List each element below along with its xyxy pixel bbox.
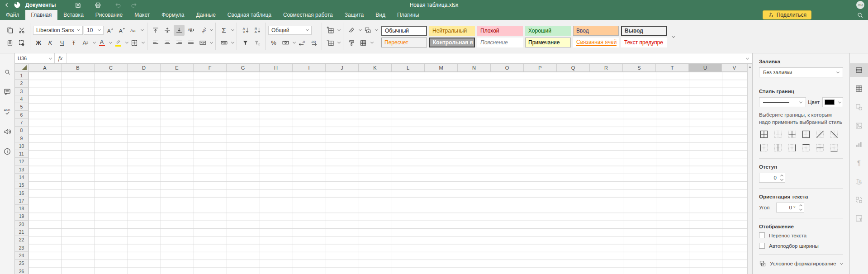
increase-decimal-icon[interactable]: .00 [308,38,319,48]
header-search-icon[interactable] [857,12,863,19]
clear-icon[interactable] [346,25,357,36]
feedback-icon[interactable] [2,127,12,137]
tab-Файл[interactable]: Файл [0,10,25,20]
expand-formula-bar-icon[interactable] [741,53,752,63]
align-justify-icon[interactable] [185,38,196,48]
column-header-V[interactable]: V [722,64,747,71]
border-none-icon[interactable] [773,129,783,139]
print-icon[interactable] [92,0,104,9]
tab-Сводная таблица[interactable]: Сводная таблица [222,10,277,20]
row-header-15[interactable]: 15 [15,181,28,189]
highlight-color-icon[interactable] [113,38,123,48]
wrap-text-icon[interactable]: АВ [185,25,196,36]
font-size-select[interactable]: 10 [84,26,104,35]
format-as-table-icon[interactable] [358,38,369,48]
cell-style-Вывод[interactable]: Вывод [621,26,667,36]
avatar[interactable]: ЛИ [856,1,864,9]
border-top-icon[interactable] [801,143,811,153]
tab-Данные[interactable]: Данные [190,10,222,20]
column-header-L[interactable]: L [392,64,425,71]
column-header-D[interactable]: D [128,64,161,71]
align-middle-icon[interactable] [162,25,173,36]
row-header-2[interactable]: 2 [15,80,28,87]
textart-settings-icon[interactable]: Ta [850,175,868,188]
border-color-select[interactable] [822,97,843,107]
column-header-J[interactable]: J [326,64,359,71]
delete-cells-icon[interactable] [325,38,336,48]
strikeout-button[interactable]: Ŧ [68,38,79,48]
column-header-A[interactable]: A [28,64,62,71]
bold-button[interactable]: Ж [33,38,44,48]
font-color-button[interactable]: А [96,38,107,48]
row-header-13[interactable]: 13 [15,166,28,174]
indent-stepper[interactable]: 0 [759,173,785,183]
scroll-up-icon[interactable] [749,66,751,68]
cell-style-Нейтральный[interactable]: Нейтральный [429,26,475,36]
cell-style-Пересчет[interactable]: Пересчет [381,38,427,47]
underline-button[interactable]: Ч [57,38,67,48]
sort-descending-icon[interactable]: ЯА [251,25,262,36]
redo-icon[interactable] [128,0,140,9]
cell-style-Пояснение[interactable]: Пояснение [477,38,523,47]
pivot-table-settings-icon[interactable] [850,193,868,207]
format-painter-icon[interactable] [346,38,357,48]
tab-Рисование[interactable]: Рисование [90,10,128,20]
row-header-26[interactable]: 26 [15,267,28,274]
tab-Формула[interactable]: Формула [156,10,190,20]
border-all-icon[interactable] [759,129,769,139]
cell-style-Плохой[interactable]: Плохой [477,26,523,36]
percent-style-button[interactable]: % [268,38,279,48]
border-line-style-select[interactable] [759,97,806,107]
cell-style-Текст предупре[interactable]: Текст предупре [621,38,667,47]
undo-icon[interactable] [112,0,123,9]
row-header-21[interactable]: 21 [15,228,28,236]
border-inner-icon[interactable] [787,129,797,139]
row-header-25[interactable]: 25 [15,260,28,267]
row-header-7[interactable]: 7 [15,119,28,127]
cell-style-Контрольная я[interactable]: Контрольная я [429,38,475,47]
tab-Вид[interactable]: Вид [370,10,391,20]
row-header-6[interactable]: 6 [15,111,28,118]
image-settings-icon[interactable] [850,119,868,132]
save-icon[interactable] [72,0,84,9]
italic-button[interactable]: K [45,38,56,48]
filter-icon[interactable] [240,38,251,48]
tab-Вставка[interactable]: Вставка [57,10,90,20]
cell-style-Обычный[interactable]: Обычный [381,26,427,36]
more-styles-icon[interactable] [667,20,678,53]
paste-icon[interactable] [5,38,15,48]
align-bottom-icon[interactable] [174,25,185,36]
paragraph-settings-icon[interactable]: ¶ [850,156,868,170]
row-header-12[interactable]: 12 [15,158,28,165]
row-header-9[interactable]: 9 [15,134,28,142]
change-case-icon[interactable]: Aa [128,25,139,36]
row-header-23[interactable]: 23 [15,244,28,252]
border-left-icon[interactable] [759,143,769,153]
tab-Защита[interactable]: Защита [339,10,370,20]
column-header-F[interactable]: F [194,64,227,71]
align-left-icon[interactable] [150,38,161,48]
column-header-G[interactable]: G [227,64,260,71]
decrease-font-icon[interactable]: A [116,25,127,36]
merge-cells-icon[interactable] [197,38,208,48]
back-icon[interactable] [4,2,10,8]
border-inner-v-icon[interactable] [773,143,783,153]
table-settings-icon[interactable] [850,82,868,95]
align-center-icon[interactable] [162,38,173,48]
align-top-icon[interactable] [150,25,161,36]
column-header-C[interactable]: C [95,64,128,71]
fill-select[interactable]: Без заливки [759,67,843,77]
border-right-icon[interactable] [787,143,797,153]
row-header-10[interactable]: 10 [15,142,28,150]
cells-area[interactable] [28,72,747,274]
currency-style-icon[interactable] [280,38,291,48]
cut-icon[interactable] [16,25,27,36]
row-header-4[interactable]: 4 [15,95,28,103]
sort-ascending-icon[interactable]: АЯ [240,25,251,36]
column-header-S[interactable]: S [623,64,656,71]
wrap-text-checkbox-box[interactable] [759,232,765,238]
conditional-formatting-icon[interactable] [362,25,373,36]
autofit-checkbox[interactable]: Автоподбор ширины [759,243,843,249]
share-button[interactable]: Поделиться [763,10,811,19]
border-diag-up-icon[interactable] [815,129,825,139]
